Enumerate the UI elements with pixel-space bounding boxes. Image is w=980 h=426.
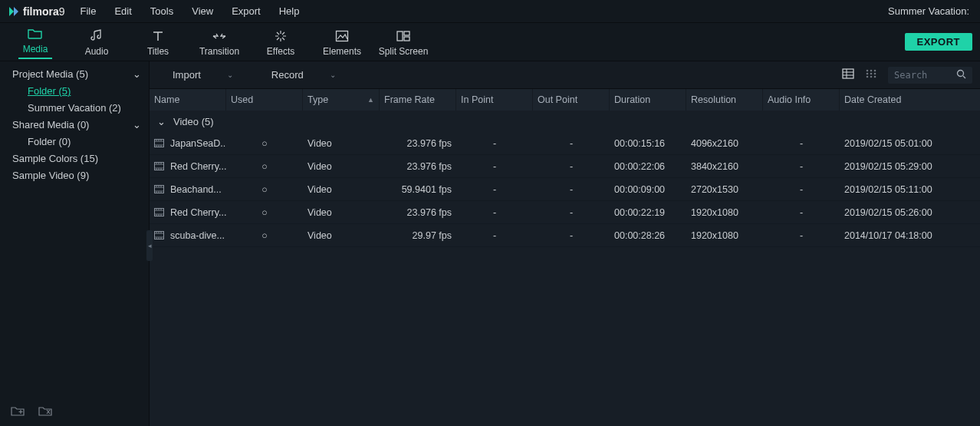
group-row-video[interactable]: ⌄ Video (5) bbox=[150, 111, 980, 132]
video-clip-icon bbox=[154, 185, 164, 193]
col-duration[interactable]: Duration bbox=[610, 89, 686, 111]
grid-view-icon[interactable] bbox=[865, 68, 877, 81]
brand-text-1: filmora bbox=[23, 5, 59, 18]
cell-framerate: 23.976 fps bbox=[380, 161, 456, 172]
sidebar-item-sample-video[interactable]: Sample Video (9) bbox=[0, 167, 149, 184]
filmora-icon bbox=[8, 5, 20, 18]
cell-resolution: 3840x2160 bbox=[686, 161, 763, 172]
sidebar-item-summer-vacation[interactable]: Summer Vacation (2) bbox=[0, 100, 149, 117]
tab-audio[interactable]: Audio bbox=[66, 28, 127, 57]
menu-bar: File Edit Tools View Export Help bbox=[71, 0, 308, 23]
sidebar-item-label: Sample Colors (15) bbox=[12, 152, 98, 166]
table-row[interactable]: scuba-dive...○Video29.97 fps--00:00:28:2… bbox=[150, 224, 980, 247]
tab-effects[interactable]: Effects bbox=[250, 28, 311, 57]
delete-folder-icon[interactable] bbox=[38, 405, 52, 418]
table-row[interactable]: JapanSeaD...○Video23.976 fps--00:00:15:1… bbox=[150, 132, 980, 155]
col-framerate[interactable]: Frame Rate bbox=[380, 89, 456, 111]
cell-name: Red Cherry... bbox=[170, 161, 226, 172]
svg-point-7 bbox=[874, 70, 876, 72]
cell-type: Video bbox=[303, 207, 380, 218]
tab-titles[interactable]: Titles bbox=[127, 28, 189, 57]
import-dropdown[interactable]: Import ⌄ bbox=[173, 69, 233, 81]
cell-inpoint: - bbox=[456, 184, 533, 195]
col-date[interactable]: Date Created bbox=[840, 89, 980, 111]
cell-inpoint: - bbox=[456, 207, 533, 218]
cell-audio: - bbox=[763, 138, 840, 149]
col-resolution[interactable]: Resolution bbox=[686, 89, 763, 111]
new-folder-icon[interactable] bbox=[11, 405, 25, 418]
chevron-down-icon: ⌄ bbox=[330, 71, 336, 79]
tab-split-screen[interactable]: Split Screen bbox=[373, 28, 434, 57]
col-audio[interactable]: Audio Info bbox=[763, 89, 840, 111]
menu-export[interactable]: Export bbox=[222, 0, 270, 23]
cell-inpoint: - bbox=[456, 161, 533, 172]
cell-duration: 00:00:28:26 bbox=[610, 230, 686, 241]
export-button[interactable]: EXPORT bbox=[905, 33, 972, 51]
tab-elements[interactable]: Elements bbox=[311, 28, 373, 57]
sidebar-item-shared-folder[interactable]: Folder (0) bbox=[0, 134, 149, 150]
tab-transition[interactable]: Transition bbox=[189, 28, 250, 57]
menu-tools[interactable]: Tools bbox=[141, 0, 183, 23]
table-row[interactable]: Beachand...○Video59.9401 fps--00:00:09:0… bbox=[150, 178, 980, 201]
cell-duration: 00:00:15:16 bbox=[610, 138, 686, 149]
media-table: Name Used Type▲ Frame Rate In Point Out … bbox=[150, 89, 980, 426]
record-label: Record bbox=[271, 69, 304, 81]
svg-point-12 bbox=[870, 76, 873, 78]
media-toolbar: Import ⌄ Record ⌄ bbox=[150, 61, 980, 89]
cell-used: ○ bbox=[226, 207, 303, 218]
record-dropdown[interactable]: Record ⌄ bbox=[271, 69, 336, 81]
search-input[interactable] bbox=[894, 70, 954, 81]
cell-resolution: 2720x1530 bbox=[686, 184, 763, 195]
cell-name: scuba-dive... bbox=[170, 230, 225, 241]
chevron-down-icon: ⌄ bbox=[133, 118, 141, 132]
collapse-sidebar-handle[interactable]: ◂ bbox=[146, 230, 153, 261]
app-logo: filmora9 bbox=[0, 5, 71, 18]
table-row[interactable]: Red Cherry...○Video23.976 fps--00:00:22:… bbox=[150, 155, 980, 178]
svg-point-9 bbox=[870, 73, 873, 75]
text-icon bbox=[127, 28, 189, 45]
col-inpoint[interactable]: In Point bbox=[456, 89, 533, 111]
col-type[interactable]: Type▲ bbox=[303, 89, 380, 111]
workspace: Project Media (5) ⌄ Folder (5) Summer Va… bbox=[0, 61, 980, 426]
cell-outpoint: - bbox=[533, 230, 610, 241]
svg-point-5 bbox=[867, 70, 869, 72]
cell-date: 2019/02/15 05:01:00 bbox=[840, 138, 980, 149]
col-outpoint[interactable]: Out Point bbox=[533, 89, 610, 111]
svg-rect-3 bbox=[404, 37, 409, 41]
tab-audio-label: Audio bbox=[66, 46, 127, 57]
svg-point-11 bbox=[867, 76, 869, 78]
cell-used: ○ bbox=[226, 161, 303, 172]
col-used[interactable]: Used bbox=[226, 89, 303, 111]
cell-inpoint: - bbox=[456, 230, 533, 241]
menu-file[interactable]: File bbox=[71, 0, 105, 23]
main-panel: ◂ Import ⌄ Record ⌄ Name Use bbox=[150, 61, 980, 426]
menu-edit[interactable]: Edit bbox=[105, 0, 140, 23]
menu-help[interactable]: Help bbox=[270, 0, 309, 23]
sidebar-item-project-media[interactable]: Project Media (5) ⌄ bbox=[0, 66, 149, 83]
cell-date: 2019/02/15 05:11:00 bbox=[840, 184, 980, 195]
menu-view[interactable]: View bbox=[183, 0, 222, 23]
cell-resolution: 1920x1080 bbox=[686, 207, 763, 218]
tab-media[interactable]: Media bbox=[5, 25, 66, 59]
group-label: Video (5) bbox=[173, 116, 214, 127]
chevron-down-icon: ⌄ bbox=[227, 71, 233, 79]
cell-outpoint: - bbox=[533, 184, 610, 195]
cell-outpoint: - bbox=[533, 207, 610, 218]
video-clip-icon bbox=[154, 208, 164, 216]
import-label: Import bbox=[173, 69, 201, 81]
cell-audio: - bbox=[763, 184, 840, 195]
cell-date: 2019/02/15 05:26:00 bbox=[840, 207, 980, 218]
video-clip-icon bbox=[154, 231, 164, 239]
ribbon: Media Audio Titles Transition Effects El… bbox=[0, 23, 980, 61]
search-box[interactable] bbox=[888, 67, 972, 84]
tab-titles-label: Titles bbox=[127, 46, 189, 57]
col-name[interactable]: Name bbox=[150, 89, 226, 111]
transition-icon bbox=[189, 28, 250, 45]
svg-point-13 bbox=[874, 76, 876, 78]
sidebar-item-folder[interactable]: Folder (5) bbox=[0, 83, 149, 100]
sidebar-footer bbox=[0, 398, 149, 426]
sidebar-item-shared-media[interactable]: Shared Media (0) ⌄ bbox=[0, 117, 149, 134]
list-view-icon[interactable] bbox=[842, 68, 854, 81]
table-row[interactable]: Red Cherry...○Video23.976 fps--00:00:22:… bbox=[150, 201, 980, 224]
sidebar-item-sample-colors[interactable]: Sample Colors (15) bbox=[0, 150, 149, 167]
